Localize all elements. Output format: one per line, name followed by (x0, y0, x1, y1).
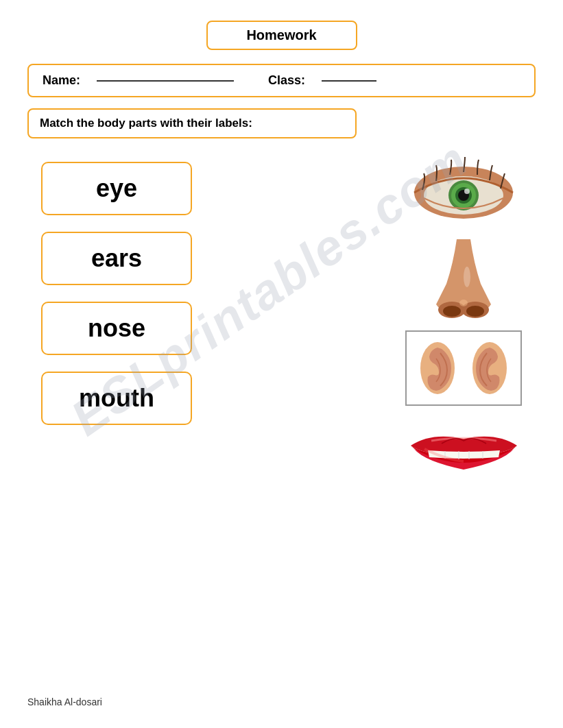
instruction-text: Match the body parts with their labels: (40, 117, 252, 130)
svg-point-12 (459, 300, 468, 306)
svg-point-10 (466, 306, 484, 317)
label-nose: nose (41, 302, 192, 355)
name-underline (97, 80, 234, 82)
labels-column: eye ears nose mouth (41, 162, 192, 425)
footer: Shaikha Al-dosari (27, 696, 102, 707)
svg-point-6 (464, 189, 470, 194)
eye-image (405, 155, 522, 230)
class-label: Class: (268, 73, 305, 88)
title-box: Homework (206, 21, 357, 50)
mouth-image (405, 418, 522, 494)
nose-image (405, 243, 522, 318)
label-eye: eye (41, 162, 192, 215)
title-text: Homework (246, 27, 316, 43)
ears-image (405, 330, 522, 406)
content-area: eye ears nose mouth (27, 155, 536, 494)
label-mouth: mouth (41, 372, 192, 425)
images-column (405, 155, 522, 494)
svg-point-9 (443, 306, 461, 317)
label-ears: ears (41, 232, 192, 285)
name-class-row: Name: Class: (27, 64, 536, 97)
instruction-box: Match the body parts with their labels: (27, 108, 357, 138)
class-underline (322, 80, 376, 82)
svg-point-11 (464, 267, 470, 287)
page: Homework Name: Class: Match the body par… (0, 0, 563, 728)
name-label: Name: (43, 73, 80, 88)
